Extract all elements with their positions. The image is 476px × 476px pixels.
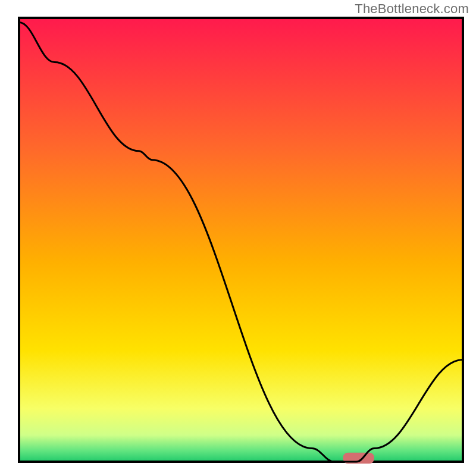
chart-container: { "watermark": "TheBottleneck.com", "cha… [0, 0, 476, 476]
plot-background [19, 18, 463, 462]
bottleneck-chart [0, 0, 476, 476]
